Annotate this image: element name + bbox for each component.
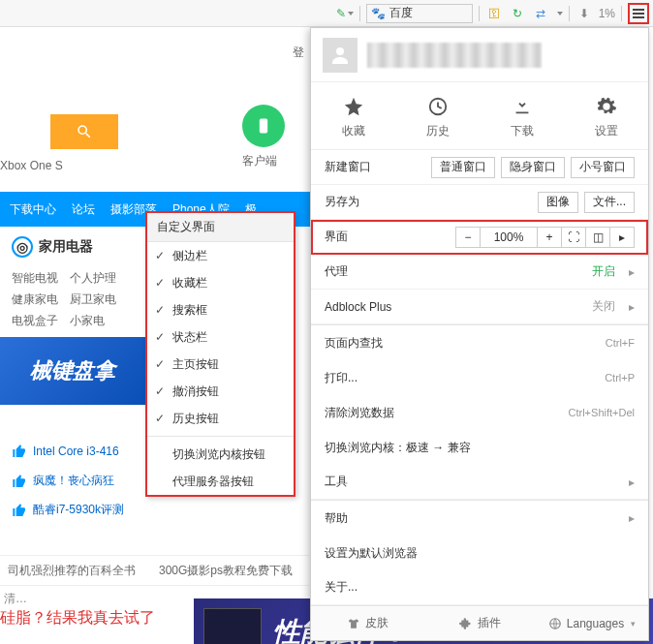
bottom-link[interactable]: 司机强烈推荐的百科全书 [8,563,136,579]
submenu-title: 自定义界面 [147,213,294,242]
menu-tools[interactable]: 工具 ▸ [311,465,648,500]
bottom-links: 司机强烈推荐的百科全书 300G摄影ps教程免费下载 [0,555,309,586]
menu-proxy[interactable]: 代理 开启 ▸ [311,255,648,290]
panel-bottom-bar: 皮肤 插件 Languages▾ [311,605,648,640]
submenu-item-corebtn[interactable]: 切换浏览内核按钮 [147,441,294,468]
menu-about[interactable]: 关于... [311,570,648,605]
xbox-text: Xbox One S [0,159,63,172]
category-link[interactable]: 电视盒子 [12,314,58,327]
zoom-out-button[interactable]: − [455,227,481,248]
shirt-icon [347,617,360,630]
quick-settings[interactable]: 设置 [573,96,640,139]
submenu-item-undobtn[interactable]: 撤消按钮 [147,378,294,405]
key-icon[interactable]: ⚿ [485,5,503,22]
separator [621,6,622,21]
category-link[interactable]: 智能电视 [12,271,58,285]
big-search-button[interactable] [50,114,118,149]
nav-item[interactable]: 论坛 [72,201,95,218]
menu-switch-core[interactable]: 切换浏览内核：极速 → 兼容 [311,430,648,465]
quick-download[interactable]: 下载 [488,96,556,139]
menu-label: 代理 [325,263,592,280]
menu-find[interactable]: 页面内查找 Ctrl+F [311,325,648,360]
menu-ui[interactable]: 界面 − 100% + ⛶ ◫ ▸ [311,220,648,255]
menu-help[interactable]: 帮助 ▸ [311,501,648,536]
translate-icon[interactable]: ⇄ [532,5,549,22]
thumb-link[interactable]: 酷睿i7-5930k评测 [12,502,124,518]
btn-incognito-window[interactable]: 隐身窗口 [501,157,565,178]
fullscreen-button[interactable]: ⛶ [561,227,586,248]
menu-label: 切换浏览内核：极速 → 兼容 [325,440,635,456]
shortcut: Ctrl+Shift+Del [569,407,635,418]
sidebar-toggle-button[interactable]: ◫ [585,227,610,248]
avatar [323,38,358,73]
section-title: 家用电器 [39,238,93,256]
bottom-plugins[interactable]: 插件 [423,615,536,631]
quick-label: 下载 [511,123,534,139]
login-link[interactable]: 登 [293,45,304,61]
bottom-label: 皮肤 [365,615,389,631]
bottom-skin[interactable]: 皮肤 [311,615,423,631]
zoom-value: 100% [480,227,538,248]
menu-save-as[interactable]: 另存为 图像 文件... [311,185,648,220]
zoom-in-button[interactable]: + [537,227,562,248]
btn-save-file[interactable]: 文件... [584,192,635,213]
thumbs-up-icon [12,444,27,459]
washing-machine-icon: ◎ [12,236,33,258]
category-link[interactable]: 小家电 [70,314,105,327]
client-label: 客户端 [242,153,277,169]
btn-save-image[interactable]: 图像 [538,192,578,213]
breadcrumb[interactable]: 清… [4,591,27,607]
menu-label: 打印... [325,370,605,386]
menu-set-default[interactable]: 设置为默认浏览器 [311,536,648,570]
category-link[interactable]: 健康家电 [12,292,58,306]
submenu-item-homebtn[interactable]: 主页按钮 [147,351,294,378]
search-icon [76,123,93,140]
bottom-label: Languages [567,617,624,630]
submenu-item-sidebar[interactable]: 侧边栏 [147,242,294,269]
menu-new-window[interactable]: 新建窗口 普通窗口 隐身窗口 小号窗口 [311,150,648,185]
menu-label: Adblock Plus [325,300,592,314]
download-arrow-icon[interactable]: ⬇ [575,5,593,22]
bottom-link[interactable]: 300G摄影ps教程免费下载 [159,563,293,579]
search-provider-box[interactable]: 🐾 百度 [366,4,473,23]
chevron-down-icon[interactable] [557,12,563,15]
chevron-right-icon: ▸ [629,300,635,314]
menu-label: 另存为 [325,194,532,210]
btn-normal-window[interactable]: 普通窗口 [431,157,495,178]
eyedropper-icon[interactable]: ✎ [336,5,354,22]
client-icon-circle[interactable] [242,105,285,147]
menu-print[interactable]: 打印... Ctrl+P [311,360,648,395]
submenu-item-searchbox[interactable]: 搜索框 [147,296,294,323]
bottom-languages[interactable]: Languages▾ [536,617,648,630]
btn-small-window[interactable]: 小号窗口 [571,157,635,178]
phone-icon [254,116,273,136]
thumb-link[interactable]: 疯魔！丧心病狂 [12,473,114,489]
quick-favorites[interactable]: 收藏 [320,96,388,139]
menu-label: 工具 [325,474,621,490]
menu-adblock[interactable]: Adblock Plus 关闭 ▸ [311,290,648,324]
submenu-item-statusbar[interactable]: 状态栏 [147,323,294,351]
clock-icon [427,96,449,117]
baidu-paw-icon: 🐾 [371,7,386,20]
thumbs-up-icon [12,474,27,489]
submenu-item-favorites[interactable]: 收藏栏 [147,269,294,296]
category-link[interactable]: 个人护理 [70,271,116,285]
quick-actions: 收藏 历史 下载 设置 [311,82,648,150]
menu-label: 新建窗口 [325,159,425,175]
nav-item[interactable]: 下载中心 [10,201,56,218]
separator [569,6,570,21]
chevron-right-icon: ▸ [629,265,635,279]
ui-more-button[interactable]: ▸ [609,227,635,248]
menu-button[interactable] [628,3,649,24]
quick-label: 设置 [595,123,618,139]
submenu-item-historybtn[interactable]: 历史按钮 [147,405,294,432]
menu-label: 关于... [325,579,635,596]
menu-clear-data[interactable]: 清除浏览数据 Ctrl+Shift+Del [311,395,648,430]
submenu-item-proxybtn[interactable]: 代理服务器按钮 [147,468,294,495]
refresh-icon[interactable]: ↻ [509,5,526,22]
promo-banner[interactable]: 械键盘拿 [0,337,145,405]
quick-history[interactable]: 历史 [404,96,472,139]
category-link[interactable]: 厨卫家电 [70,292,116,306]
thumb-link[interactable]: Intel Core i3-416 [12,444,119,459]
user-section[interactable] [311,28,648,82]
